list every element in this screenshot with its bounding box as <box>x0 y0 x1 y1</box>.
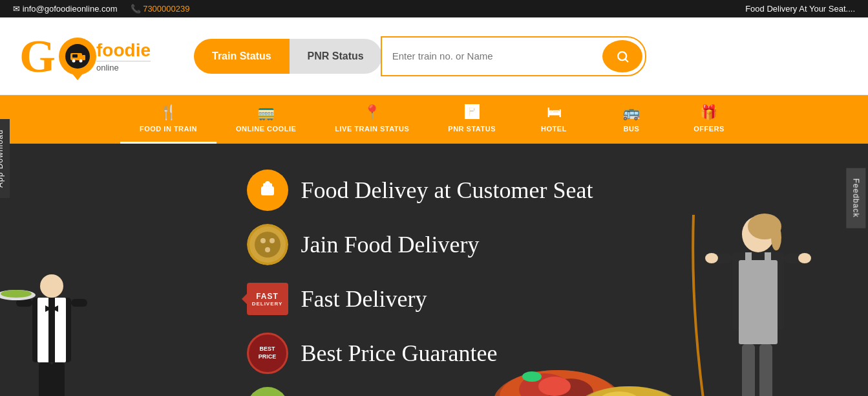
svg-rect-55 <box>759 344 772 396</box>
hygenic-icon <box>247 387 288 396</box>
nav-bus-label: BUS <box>624 125 640 133</box>
top-bar: ✉ info@gofoodieonline.com 📞 7300000239 F… <box>0 0 868 17</box>
pnr-status-tab[interactable]: PNR Status <box>290 39 382 74</box>
bus-icon: 🚌 <box>622 104 640 121</box>
svg-rect-20 <box>261 186 274 195</box>
live-train-status-icon: 📍 <box>363 104 381 121</box>
woman-figure-svg <box>687 195 816 396</box>
feedback-tab[interactable]: Feedback <box>847 168 866 228</box>
svg-rect-12 <box>71 299 87 307</box>
search-input[interactable] <box>382 39 602 73</box>
phone-text[interactable]: 📞 7300000239 <box>131 4 190 14</box>
nav-online-coolie[interactable]: 🚃 ONLINE COOLIE <box>217 95 315 144</box>
fast-badge-arrow <box>242 291 249 307</box>
svg-point-5 <box>40 274 63 298</box>
svg-point-45 <box>771 225 781 250</box>
nav-live-train-status-label: LIVE TRAIN STATUS <box>335 125 409 133</box>
svg-rect-16 <box>52 362 65 396</box>
svg-point-28 <box>270 238 275 243</box>
svg-rect-54 <box>742 344 755 396</box>
online-coolie-icon: 🚃 <box>257 104 275 121</box>
svg-rect-1 <box>82 55 85 60</box>
feature-jain: Jain Food Delivery <box>247 224 622 265</box>
logo-sub: online <box>96 61 151 72</box>
nav-live-train-status[interactable]: 📍 LIVE TRAIN STATUS <box>315 95 429 144</box>
logo[interactable]: G foodie online <box>19 33 175 80</box>
fast-badge: FAST DELIVERY <box>247 283 288 315</box>
waiter-figure-svg <box>0 208 103 396</box>
nav-hotel-label: HOTEL <box>541 125 567 133</box>
svg-point-29 <box>265 247 270 252</box>
seat-icon-svg <box>255 177 281 203</box>
nav-hotel[interactable]: 🛏 HOTEL <box>515 95 593 144</box>
nav-pnr-status-label: PNR STATUS <box>448 125 496 133</box>
offers-icon: 🎁 <box>700 104 718 121</box>
nav-offers-label: OFFERS <box>693 125 725 133</box>
logo-icon-circle <box>59 38 96 75</box>
logo-brand: foodie <box>96 40 151 61</box>
app-download-tab[interactable]: App Download <box>0 119 10 198</box>
pnr-status-icon: 🅿 <box>465 104 480 121</box>
hotel-icon: 🛏 <box>547 104 562 121</box>
best-text: Best Price Guarantee <box>301 340 498 367</box>
best-badge: BESTPRICE <box>247 333 288 374</box>
jain-icon-svg <box>247 224 288 265</box>
svg-rect-48 <box>745 252 752 265</box>
email-icon: ✉ <box>13 4 20 14</box>
fast-text: Fast Delivery <box>301 285 427 313</box>
svg-rect-47 <box>739 260 778 344</box>
hero-features: Food Delivey at Customer Seat Jain Food … <box>208 144 661 396</box>
email-text: ✉ info@gofoodieonline.com <box>13 4 118 14</box>
nav-online-coolie-label: ONLINE COOLIE <box>236 125 296 133</box>
svg-point-14 <box>1 290 32 298</box>
jain-icon <box>247 224 288 265</box>
food-truck-icon <box>69 48 86 65</box>
search-bar: Train Status PNR Status <box>194 36 646 76</box>
best-price-icon: BESTPRICE <box>247 333 288 374</box>
hero-banner: Food Delivey at Customer Seat Jain Food … <box>0 144 868 396</box>
logo-text: foodie online <box>96 40 151 72</box>
fast-label: FAST <box>256 292 279 301</box>
svg-rect-49 <box>765 252 771 265</box>
woman-image <box>687 195 868 396</box>
fast-delivery-icon: FAST DELIVERY <box>247 278 288 320</box>
feature-best: BESTPRICE Best Price Guarantee <box>247 333 622 374</box>
svg-rect-8 <box>48 298 55 362</box>
train-status-tab[interactable]: Train Status <box>194 39 290 74</box>
delivery-text: Food Delivey at Customer Seat <box>301 177 593 204</box>
search-input-wrap <box>381 36 646 76</box>
logo-letter: G <box>19 33 56 80</box>
svg-rect-4 <box>72 54 78 58</box>
svg-point-23 <box>265 181 270 186</box>
top-bar-left: ✉ info@gofoodieonline.com 📞 7300000239 <box>13 4 189 14</box>
logo-icon-inner <box>65 44 90 69</box>
nav-bus[interactable]: 🚌 BUS <box>593 95 670 144</box>
nav-pnr-status[interactable]: 🅿 PNR STATUS <box>429 95 515 144</box>
svg-point-27 <box>260 238 266 243</box>
best-badge-text: BESTPRICE <box>259 346 277 360</box>
jain-text: Jain Food Delivery <box>301 231 480 258</box>
phone-icon: 📞 <box>131 4 141 14</box>
feature-fast: FAST DELIVERY Fast Delivery <box>247 278 622 320</box>
svg-rect-15 <box>39 362 52 396</box>
svg-point-26 <box>255 232 281 258</box>
svg-point-53 <box>798 253 811 263</box>
tagline-text: Food Delivery At Your Seat.... <box>745 4 855 14</box>
navbar: 🍴 FOOD IN TRAIN 🚃 ONLINE COOLIE 📍 LIVE T… <box>0 95 868 144</box>
food-in-train-icon: 🍴 <box>160 104 178 121</box>
header: G foodie online Train Status PNR Status <box>0 17 868 95</box>
nav-food-in-train-label: FOOD IN TRAIN <box>140 125 197 133</box>
svg-point-52 <box>705 253 718 263</box>
search-button[interactable] <box>602 40 642 72</box>
delivery-label: DELIVERY <box>252 301 283 307</box>
delivery-icon <box>247 170 288 211</box>
phone-link[interactable]: 7300000239 <box>143 4 189 14</box>
svg-point-3 <box>79 59 83 62</box>
nav-food-in-train[interactable]: 🍴 FOOD IN TRAIN <box>120 95 217 144</box>
feature-delivery: Food Delivey at Customer Seat <box>247 170 622 211</box>
feature-hygenic: Hygenic Food <box>247 387 622 396</box>
waiter-image <box>0 208 129 396</box>
search-icon <box>615 49 630 63</box>
svg-point-2 <box>72 59 76 62</box>
nav-offers[interactable]: 🎁 OFFERS <box>670 95 748 144</box>
